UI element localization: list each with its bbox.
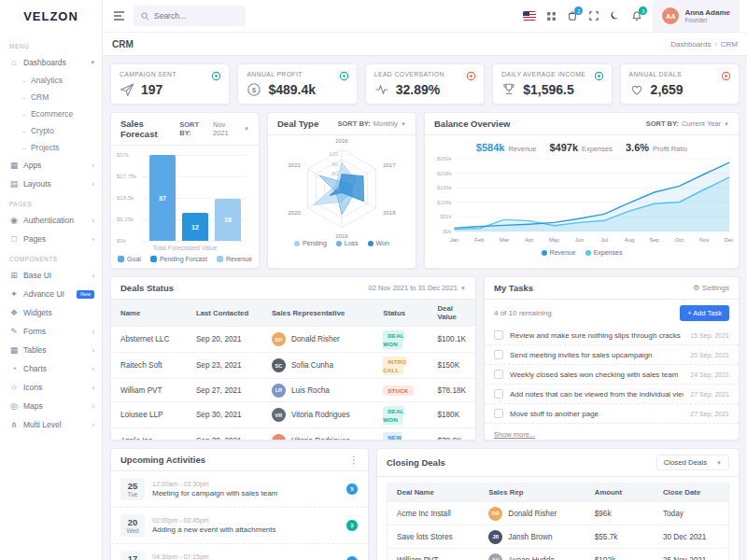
language-flag-icon[interactable]	[523, 11, 536, 21]
chevron-down-icon: ▼	[244, 126, 249, 132]
kpi-label: DAILY AVERAGE INCOME	[501, 71, 602, 77]
sales-rep-cell: SC Sofia Cunha	[262, 353, 374, 379]
sidebar-item[interactable]: Analytics	[0, 72, 102, 89]
sidebar-item[interactable]: ❖ Widgets	[0, 303, 102, 322]
sidebar-item[interactable]: ◎ Maps ›	[0, 397, 102, 415]
sidebar-item[interactable]: ▦ Tables ›	[0, 341, 102, 359]
activity-time: 04:30pm - 07:15pm	[152, 553, 313, 560]
sidebar-item[interactable]: ⊞ Base UI ›	[0, 266, 102, 285]
date-range-dropdown[interactable]: 02 Nov 2021 to 31 Dec 2021 ▼	[369, 284, 466, 292]
task-checkbox[interactable]	[494, 370, 503, 379]
sidebar-item[interactable]: Crypto	[0, 122, 102, 139]
cart-icon[interactable]: 2	[567, 10, 578, 21]
kpi-trend-target-icon	[721, 71, 731, 81]
chevron-icon: ›	[92, 347, 94, 354]
sidebar-item-label: Layouts	[23, 179, 88, 189]
search-box[interactable]	[134, 6, 246, 26]
sales-rep-cell: DR Donald Risher	[262, 327, 374, 353]
breadcrumb-parent[interactable]: Dashboards	[670, 40, 711, 49]
sidebar-item[interactable]: ▤ Layouts ›	[0, 175, 102, 193]
fullscreen-icon[interactable]	[588, 10, 599, 21]
avatar	[331, 483, 343, 496]
last-contacted-cell: Sep 20, 2021	[187, 327, 262, 353]
sidebar-item[interactable]: ✦ Advance UI New	[0, 285, 102, 303]
svg-text:2019: 2019	[335, 233, 348, 239]
sidebar-item[interactable]: Projects	[0, 139, 102, 156]
dark-mode-moon-icon[interactable]	[610, 10, 621, 21]
sort-by-dropdown[interactable]: SORT BY: Monthly ▼	[338, 119, 407, 128]
task-checkbox[interactable]	[494, 409, 503, 418]
sidebar-item[interactable]: ▦ Apps ›	[0, 156, 102, 175]
sidebar-item-label: Icons	[23, 383, 88, 392]
last-contacted-cell: Sep 30, 2021	[187, 428, 262, 441]
deal-name-cell: Apple Inc.	[111, 428, 187, 441]
sidebar-item[interactable]: ◉ Authentication ›	[0, 211, 102, 230]
sidebar-item[interactable]: ⋔ Multi Level ›	[0, 415, 102, 434]
table-header-row: Deal NameSales RepAmountClose Date	[388, 483, 729, 502]
activities-list: 25 Tue 12:00am - 03:30pm Meeting for cam…	[111, 471, 368, 560]
sidebar-item[interactable]: MENU	[0, 35, 102, 53]
bar-chart-xlabel: Total Forecasted Value	[111, 245, 259, 251]
table-row[interactable]: Acme Inc Install DR Donald Risher $96k	[388, 502, 729, 525]
table-row[interactable]: William PVT AH Ayaan Hudda $102k	[388, 549, 729, 560]
sort-by-dropdown[interactable]: SORT BY: Current Year ▼	[646, 119, 729, 128]
page-content: CAMPAIGN SENT 197 ANNUAL PROFIT $ $489.4…	[103, 56, 747, 560]
sidebar-item[interactable]: PAGES	[0, 193, 102, 211]
kpi-icon	[629, 82, 644, 97]
task-text: Review and make sure nothing slips throu…	[510, 331, 684, 340]
amount-cell: $102k	[585, 549, 654, 560]
user-name: Anna Adame	[684, 8, 730, 17]
kpi-row: CAMPAIGN SENT 197 ANNUAL PROFIT $ $489.4…	[110, 63, 740, 105]
table-row[interactable]: Raitech Soft Sep 23, 2021 SC Sofia Cunha	[111, 353, 475, 379]
sidebar-item[interactable]: ⌂ Dashboards ▾	[0, 53, 102, 72]
hamburger-menu-icon[interactable]	[112, 9, 126, 22]
add-task-button[interactable]: + Add Task	[680, 305, 729, 321]
task-row: Weekly closed sales won checking with sa…	[485, 365, 739, 385]
bottom-row: Upcoming Activities ⋮ 25 Tue 12:00am	[110, 448, 740, 560]
task-row: Send meeting invites for sales upcampaig…	[485, 345, 739, 365]
column-header: Deal Value	[428, 300, 475, 327]
svg-text:May: May	[549, 237, 559, 243]
svg-text:Aug: Aug	[625, 237, 634, 243]
chevron-icon: ›	[92, 162, 94, 169]
table-row[interactable]: Absternet LLC Sep 20, 2021 DR Donald Ris…	[111, 327, 475, 353]
sidebar-item[interactable]: ◔ Charts ›	[0, 359, 102, 378]
sidebar-item[interactable]: ✎ Forms ›	[0, 322, 102, 341]
user-menu[interactable]: AA Anna Adame Founder	[653, 0, 740, 32]
show-more-link[interactable]: Show more...	[485, 426, 544, 441]
status-cell: Deal Won	[374, 327, 428, 353]
kpi-trend-target-icon	[211, 71, 221, 81]
search-input[interactable]	[154, 11, 238, 21]
sidebar-item-label: MENU	[9, 43, 29, 49]
sidebar-item-label: Maps	[23, 401, 88, 411]
svg-text:Sep: Sep	[650, 237, 660, 243]
sidebar-item[interactable]: COMPONENTS	[0, 248, 102, 266]
brand-logo[interactable]: VELZON	[0, 0, 102, 32]
status-badge: Deal Won	[383, 330, 404, 349]
apps-grid-icon[interactable]	[546, 11, 557, 21]
table-row[interactable]: Save lots Stores JB Jansh Brown $55.7k	[388, 525, 729, 549]
panel-title: Sales Forecast	[120, 119, 179, 139]
task-text: Weekly closed sales won checking with sa…	[510, 371, 684, 379]
notifications-bell-icon[interactable]: 3	[631, 10, 642, 21]
task-checkbox[interactable]	[494, 350, 503, 359]
tasks-settings-button[interactable]: ⚙ Settings	[693, 284, 729, 292]
sidebar-item[interactable]: □ Pages ›	[0, 230, 102, 248]
task-checkbox[interactable]	[494, 330, 503, 340]
sidebar-item[interactable]: CRM	[0, 89, 102, 105]
svg-text:Feb: Feb	[474, 237, 485, 243]
kpi-trend-target-icon	[466, 71, 476, 81]
bar-goal: 37	[149, 155, 176, 241]
sidebar-item[interactable]: ☆ Icons ›	[0, 378, 102, 397]
table-row[interactable]: Loiusee LLP Sep 30, 2021 VR Vitoria Rodr…	[111, 402, 475, 428]
panel-title: Deal Type	[277, 119, 318, 129]
deals-filter-select[interactable]: Closed Deals ▼	[656, 455, 729, 470]
table-row[interactable]: Apple Inc. Sep 30, 2021 VR Vitoria Rodri…	[111, 428, 475, 441]
kebab-menu-icon[interactable]: ⋮	[349, 455, 359, 465]
task-checkbox[interactable]	[494, 389, 503, 399]
sidebar-item[interactable]: Ecommerce	[0, 105, 102, 122]
sort-by-dropdown[interactable]: SORT BY: Nov 2021 ▼	[179, 120, 249, 137]
table-row[interactable]: William PVT Sep 27, 2021 LR Luis Rocha S	[111, 379, 475, 402]
sidebar-item-icon: □	[9, 234, 19, 244]
avatar-group	[320, 556, 343, 560]
